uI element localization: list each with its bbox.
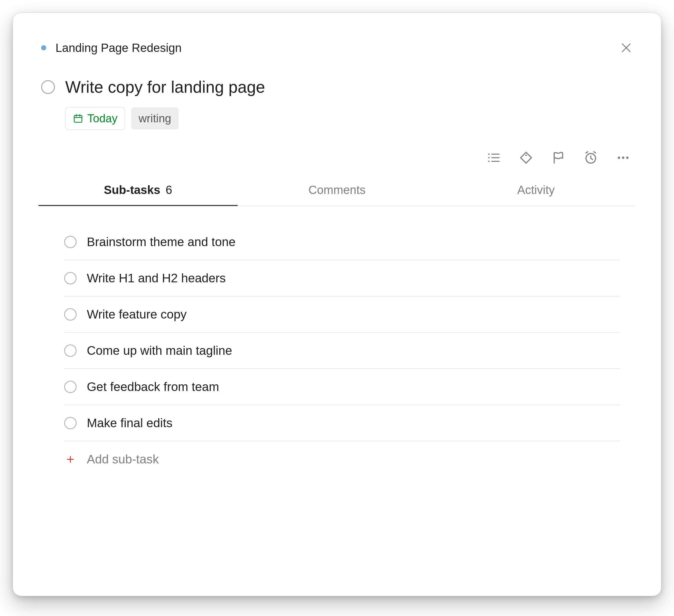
tab-comments[interactable]: Comments [238,175,437,206]
subtask-checkbox[interactable] [64,308,77,321]
svg-point-6 [488,153,490,155]
subtask-title[interactable]: Write H1 and H2 headers [87,271,226,285]
project-color-dot [41,45,46,50]
tab-subtasks[interactable]: Sub-tasks 6 [38,175,238,206]
add-subtask-label: Add sub-task [87,452,159,466]
svg-point-20 [626,157,629,159]
subtasks-list: Brainstorm theme and tone Write H1 and H… [38,224,636,477]
close-button[interactable] [617,38,636,57]
tag-icon [519,150,533,165]
subtask-row: Come up with main tagline [64,333,620,369]
list-icon [486,150,501,165]
plus-icon: + [64,452,77,466]
alarm-icon [584,150,598,165]
calendar-icon [73,113,83,123]
tag-chip-writing[interactable]: writing [131,107,178,129]
svg-line-16 [586,152,588,153]
tab-comments-label: Comments [309,183,365,197]
breadcrumb[interactable]: Landing Page Redesign [41,41,182,55]
svg-rect-2 [74,115,82,122]
more-icon [616,150,630,165]
close-icon [620,41,633,55]
svg-point-12 [525,155,527,156]
subtask-checkbox[interactable] [64,344,77,357]
subtask-checkbox[interactable] [64,236,77,248]
subtask-row: Get feedback from team [64,369,620,405]
subtask-checkbox[interactable] [64,381,77,393]
priority-button[interactable] [551,150,566,165]
subtasks-button[interactable] [486,150,501,165]
svg-line-15 [591,158,592,160]
subtask-title[interactable]: Get feedback from team [87,380,219,394]
subtask-row: Write H1 and H2 headers [64,260,620,296]
due-date-label: Today [87,112,117,125]
tab-activity-label: Activity [517,183,555,197]
subtask-row: Write feature copy [64,296,620,333]
more-actions-button[interactable] [616,150,630,165]
task-meta-row: Today writing [38,107,636,130]
flag-icon [551,150,566,165]
due-date-chip[interactable]: Today [65,107,125,130]
labels-button[interactable] [519,150,533,165]
subtask-checkbox[interactable] [64,417,77,429]
reminder-button[interactable] [584,150,598,165]
add-subtask-button[interactable]: + Add sub-task [64,441,620,477]
breadcrumb-row: Landing Page Redesign [38,38,636,57]
task-complete-checkbox[interactable] [41,80,55,94]
subtask-title[interactable]: Come up with main tagline [87,343,232,357]
task-title-row: Write copy for landing page [38,78,636,97]
svg-point-7 [488,157,490,159]
tab-subtasks-label: Sub-tasks [104,183,160,197]
subtask-title[interactable]: Brainstorm theme and tone [87,235,236,249]
tab-bar: Sub-tasks 6 Comments Activity [38,175,636,206]
task-title[interactable]: Write copy for landing page [65,78,265,97]
svg-point-8 [488,161,490,162]
task-toolbar [38,150,636,165]
project-name: Landing Page Redesign [55,41,182,55]
subtask-checkbox[interactable] [64,272,77,284]
task-detail-panel: Landing Page Redesign Write copy for lan… [13,13,661,596]
svg-point-19 [622,157,624,159]
svg-line-17 [594,152,596,153]
subtask-row: Brainstorm theme and tone [64,224,620,260]
subtask-title[interactable]: Make final edits [87,416,173,430]
subtask-title[interactable]: Write feature copy [87,307,187,321]
tab-activity[interactable]: Activity [436,175,636,206]
subtask-row: Make final edits [64,405,620,441]
svg-point-18 [618,157,620,159]
tab-subtasks-count: 6 [166,183,173,197]
